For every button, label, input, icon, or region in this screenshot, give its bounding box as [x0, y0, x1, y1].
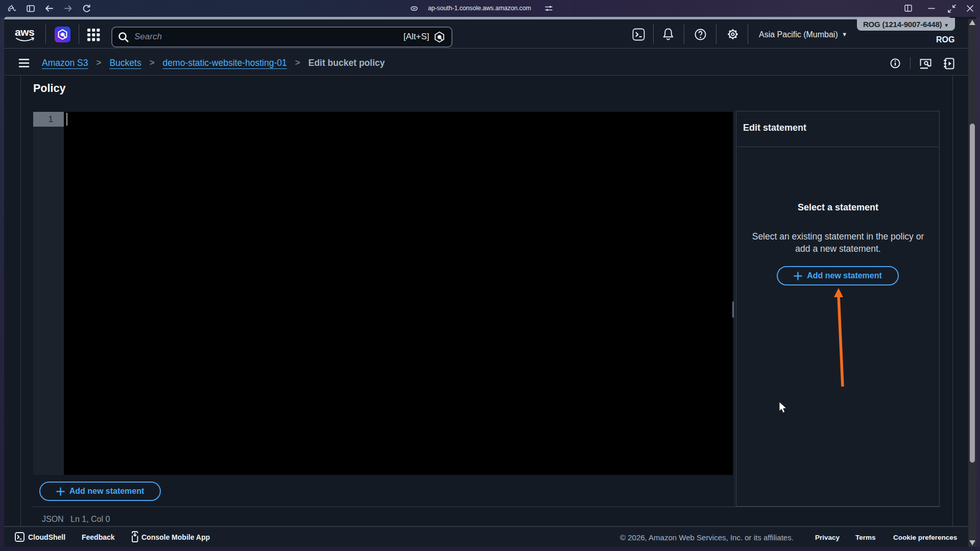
svg-text:aws: aws — [15, 26, 34, 38]
